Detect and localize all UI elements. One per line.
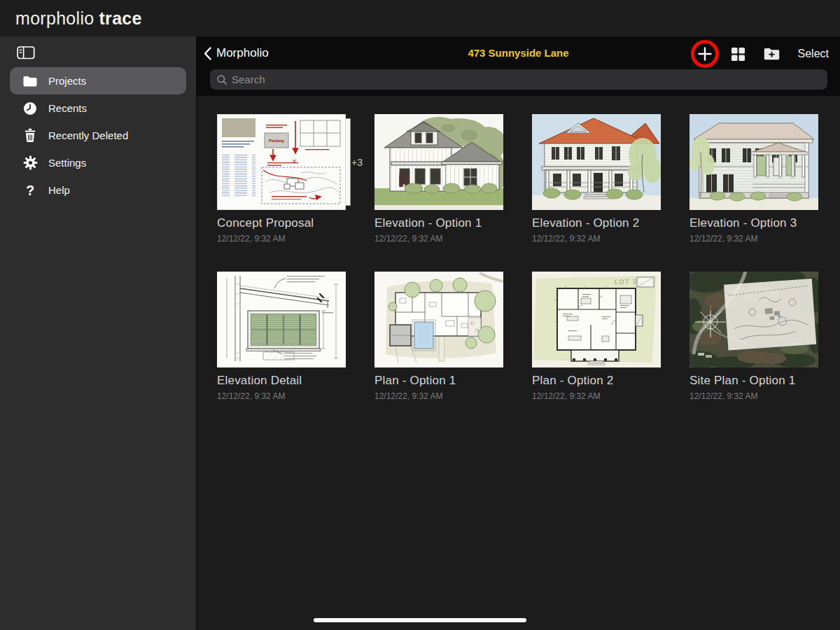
grid-view-button[interactable] <box>731 47 746 62</box>
project-card-plan-option-1[interactable]: Plan - Option 1 12/12/22, 9:32 AM <box>374 272 503 401</box>
app-header: morpholio trace <box>0 0 840 36</box>
project-thumbnail-image: Parking <box>217 114 346 210</box>
search-bar[interactable] <box>210 69 827 90</box>
project-date: 12/12/22, 9:32 AM <box>532 391 661 401</box>
sidebar-item-label: Help <box>48 184 70 196</box>
sidebar-item-label: Settings <box>48 157 86 169</box>
project-thumbnail-image <box>532 114 661 210</box>
project-thumbnail-image <box>374 272 503 368</box>
back-button[interactable]: Morpholio <box>204 43 269 64</box>
topbar: Morpholio 473 Sunnyside Lane <box>197 36 840 96</box>
project-title: Plan - Option 2 <box>532 374 661 388</box>
sidebar-item-projects[interactable]: Projects <box>10 67 186 94</box>
project-card-elevation-option-2[interactable]: Elevation - Option 2 12/12/22, 9:32 AM <box>532 114 661 244</box>
new-project-folder-button[interactable] <box>763 47 780 61</box>
stack-count-badge: +3 <box>351 157 363 168</box>
project-title: Concept Proposal <box>217 216 346 230</box>
project-card-elevation-option-3[interactable]: Elevation - Option 3 12/12/22, 9:32 AM <box>690 114 818 244</box>
project-thumbnail-image: LOT 360 <box>532 272 661 368</box>
sidebar-item-help[interactable]: ? Help <box>10 176 186 204</box>
project-card-plan-option-2[interactable]: LOT 360 <box>532 272 661 401</box>
svg-text:Parking: Parking <box>269 139 284 143</box>
grid-view-icon <box>731 47 746 62</box>
back-label: Morpholio <box>216 46 269 60</box>
project-card-concept-proposal[interactable]: +3 Parking <box>217 114 346 244</box>
new-sketch-button[interactable] <box>696 46 713 62</box>
project-grid: +3 Parking <box>197 96 840 630</box>
sidebar-toggle-button[interactable] <box>17 43 38 62</box>
sidebar-item-recently-deleted[interactable]: Recently Deleted <box>10 122 186 149</box>
sidebar-item-recents[interactable]: Recents <box>10 94 186 122</box>
project-card-elevation-detail[interactable]: Elevation Detail 12/12/22, 9:32 AM <box>217 272 346 401</box>
sidebar-item-label: Recents <box>48 102 87 114</box>
plus-icon <box>696 46 713 62</box>
chevron-left-icon <box>204 47 211 60</box>
content-area: Morpholio 473 Sunnyside Lane <box>197 36 840 630</box>
logo-primary: morpholio <box>15 8 94 29</box>
project-title: Plan - Option 1 <box>374 374 503 388</box>
project-date: 12/12/22, 9:32 AM <box>374 234 503 244</box>
project-date: 12/12/22, 9:32 AM <box>217 391 346 401</box>
project-date: 12/12/22, 9:32 AM <box>690 234 818 244</box>
project-date: 12/12/22, 9:32 AM <box>532 234 661 244</box>
project-title: Elevation - Option 2 <box>532 216 661 230</box>
app-logo: morpholio trace <box>15 0 142 36</box>
select-button[interactable]: Select <box>798 48 829 60</box>
sidebar-item-label: Projects <box>48 75 86 87</box>
project-date: 12/12/22, 9:32 AM <box>374 391 503 401</box>
project-card-elevation-option-1[interactable]: Elevation - Option 1 12/12/22, 9:32 AM <box>374 114 503 244</box>
project-thumbnail-image <box>690 114 818 210</box>
search-icon <box>216 74 227 85</box>
logo-secondary: trace <box>99 8 141 29</box>
project-date: 12/12/22, 9:32 AM <box>690 391 818 401</box>
sidebar-item-label: Recently Deleted <box>48 130 128 141</box>
new-project-folder-icon <box>763 47 780 61</box>
project-thumbnail-image <box>217 272 346 368</box>
clock-icon <box>21 101 39 116</box>
project-thumbnail-image <box>690 272 818 368</box>
folder-icon <box>21 74 39 89</box>
project-title: Elevation - Option 1 <box>374 216 503 230</box>
project-title: Elevation Detail <box>217 374 346 388</box>
search-input[interactable] <box>232 74 821 85</box>
toolbar-actions: Select <box>696 43 829 65</box>
trash-icon <box>21 128 39 144</box>
project-card-site-plan-option-1[interactable]: Site Plan - Option 1 12/12/22, 9:32 AM <box>690 272 818 401</box>
project-title: Site Plan - Option 1 <box>690 374 818 388</box>
project-title: Elevation - Option 3 <box>690 216 818 230</box>
project-thumbnail-image <box>374 114 503 210</box>
sidebar-item-settings[interactable]: Settings <box>10 149 186 176</box>
sidebar-nav: Projects Recents Recently Deleted <box>0 67 196 204</box>
question-icon: ? <box>21 183 39 198</box>
sidebar-toggle-icon <box>17 46 35 60</box>
home-indicator[interactable] <box>314 618 526 622</box>
sidebar: Projects Recents Recently Deleted <box>0 36 197 630</box>
app-window: morpholio trace Projects <box>0 0 840 630</box>
project-date: 12/12/22, 9:32 AM <box>217 234 346 244</box>
gear-icon <box>21 155 39 171</box>
